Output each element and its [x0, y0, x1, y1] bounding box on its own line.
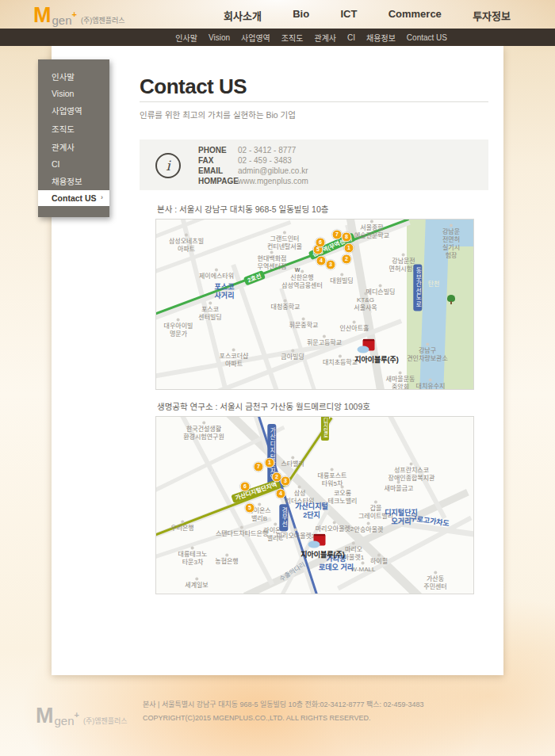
page-background: Mgen+ (주)엠젠플러스 회사소개BioICTCommerce투자정보 인사…	[0, 0, 555, 756]
map-label: 지아이블루(주)	[300, 551, 345, 559]
map-label: 포스코 센터빌딩	[198, 302, 221, 322]
map-label: 경부선	[279, 504, 288, 531]
header: Mgen+ (주)엠젠플러스 회사소개BioICTCommerce투자정보	[0, 0, 555, 29]
logo-m: M	[33, 5, 52, 26]
sidebar: 인사말 Vision 사업영역 조직도 관계사 CI 채용정보	[38, 59, 109, 217]
logo-company-name: (주)엠젠플러스	[81, 17, 125, 25]
top-nav-item[interactable]: Commerce	[388, 8, 442, 23]
contact-rows: PHONE 02 - 3412 - 8777 FAX 02 - 459 - 34…	[198, 145, 308, 186]
title-divider	[140, 101, 488, 102]
sub-nav-item[interactable]: CI	[347, 33, 355, 42]
top-nav: 회사소개BioICTCommerce투자정보	[224, 8, 511, 23]
map-label: 1	[344, 243, 354, 254]
map-label: 대청중학교	[271, 300, 300, 311]
top-nav-item[interactable]: 투자정보	[473, 8, 511, 23]
footer-address: 본사 | 서울특별시 강남구 대치동 968-5 일동빌딩 10층 전화:02-…	[143, 698, 424, 712]
sub-nav-item[interactable]: 사업영역	[241, 32, 270, 44]
map-label: 휘문고등학교	[307, 335, 342, 347]
map-label: 대우아이빌 명문가	[164, 319, 193, 338]
sidebar-item-label: CI	[52, 159, 60, 169]
map-label: 7	[332, 230, 343, 240]
map-label: 탄천	[428, 281, 440, 288]
map-label: 현대백화점 무역센터점	[258, 251, 287, 271]
sidebar-item[interactable]: 사업영역	[38, 101, 109, 120]
footer-logo-plus-icon: +	[75, 711, 79, 720]
sub-nav-item[interactable]: Contact US	[407, 33, 447, 42]
map-label: 가산디지털 2단지	[295, 502, 327, 521]
contact-row-value: 02 - 3412 - 8777	[238, 146, 296, 155]
map-label: 금아빌딩	[281, 349, 304, 361]
contact-row: PHONE 02 - 3412 - 8777	[198, 145, 308, 155]
map-label: 제이에스타워	[199, 269, 234, 281]
map-label: 그랜드인터 컨티넨탈서울	[267, 231, 302, 251]
sidebar-item-label: 채용정보	[52, 177, 82, 186]
map-label: 4	[276, 489, 286, 499]
map-label: 2호선	[243, 270, 266, 286]
map-label: 신한은행 삼성역금융센터	[281, 270, 323, 290]
map-lab[interactable]: 한국건설생활 환경시험연구원가산디지털단지역가산디지털단지역디지털로172346…	[155, 416, 474, 594]
footer-logo: Mgen+ (주)엠젠플러스	[36, 705, 128, 727]
sub-nav-item[interactable]: 조직도	[281, 32, 304, 44]
contact-row-label: HOMPAGE	[198, 177, 238, 185]
map-label: 3	[326, 260, 336, 270]
map-label: 2	[342, 254, 352, 265]
sub-nav-item[interactable]: Vision	[209, 33, 230, 42]
map-label: 대치유수지	[416, 379, 446, 391]
map-label: 지아이블루(주)	[354, 356, 399, 365]
contact-info-box: i PHONE 02 - 3412 - 8777 FAX 02 - 459 - …	[140, 139, 488, 190]
map-caption-headquarters: 본사 : 서울시 강남구 대치동 968-5 일동빌딩 10층	[157, 203, 328, 215]
map-label: 8	[342, 232, 352, 242]
map-label: 3	[281, 476, 291, 487]
map-label: 안승아울렛	[354, 522, 384, 534]
contact-row-label: EMAIL	[198, 166, 238, 175]
sidebar-item[interactable]: 조직도	[38, 120, 109, 138]
top-nav-item[interactable]: ICT	[340, 8, 357, 23]
map-label: 코오롱 테크노밸리	[328, 486, 358, 506]
content-card: Contact US 인류를 위한 최고의 가치를 실현하는 Bio 기업 i …	[52, 46, 503, 675]
page-title: Contact US	[140, 74, 247, 99]
footer: 본사 | 서울특별시 강남구 대치동 968-5 일동빌딩 10층 전화:02-…	[143, 698, 424, 725]
map-label: 새마을금고	[385, 481, 414, 493]
sidebar-item[interactable]: Vision	[38, 86, 109, 101]
map-label: 1	[265, 458, 275, 468]
sidebar-item-label: 관계사	[52, 143, 75, 152]
map-label: 가산동 주민센터	[423, 571, 446, 591]
sidebar-item-label: Contact US	[52, 193, 97, 203]
map-label: 디지털로	[321, 416, 329, 441]
footer-logo-company: (주)엠젠플러스	[83, 718, 128, 725]
chevron-right-icon: ›	[101, 193, 103, 201]
map-label: 성프란치스코 장애인종합복지관	[388, 463, 435, 483]
sidebar-item[interactable]: 인사말	[38, 67, 109, 86]
map-label: 동부간선도로	[413, 265, 422, 311]
map-label: 휘문중학교	[289, 318, 319, 330]
map-label: 강남구 견인차량보관소	[407, 343, 448, 363]
footer-copyright: COPYRIGHT(C)2015 MGENPLUS.CO.,LTD. ALL R…	[143, 712, 424, 725]
sidebar-item-label: 조직도	[52, 124, 75, 134]
sidebar-item[interactable]: CI	[38, 156, 109, 172]
contact-row: EMAIL admin@giblue.co.kr	[198, 166, 308, 176]
logo-gen: gen	[52, 14, 72, 26]
sub-nav-item[interactable]: 관계사	[314, 32, 336, 44]
contact-row-value: www.mgenplus.com	[238, 177, 308, 185]
sub-nav-item[interactable]: 인사말	[175, 32, 197, 44]
sidebar-item[interactable]: 관계사	[38, 138, 109, 156]
map-headquarters[interactable]: 삼성오네츠빌 아파트그랜드인터 컨티넨탈서울서울종합 예술전문학교강남운전면허 …	[155, 219, 474, 390]
logo[interactable]: Mgen+ (주)엠젠플러스	[33, 5, 125, 26]
info-icon: i	[155, 153, 181, 178]
map-label	[363, 339, 375, 351]
top-nav-item[interactable]: Bio	[293, 8, 309, 23]
map-label: 삼성오네츠빌 아파트	[169, 234, 204, 254]
page-subtitle: 인류를 위한 최고의 가치를 실현하는 Bio 기업	[140, 109, 296, 120]
map-label: 6	[316, 238, 326, 248]
contact-row-value: admin@giblue.co.kr	[238, 166, 308, 175]
map-label: KT&G 서울사옥	[354, 292, 377, 312]
map-label	[314, 534, 326, 546]
sub-nav-item[interactable]: 채용정보	[366, 32, 396, 44]
map-label: 포스코더샵 아파트	[220, 349, 249, 368]
sidebar-item-label: 사업영역	[52, 106, 82, 116]
top-nav-item[interactable]: 회사소개	[224, 8, 262, 23]
sidebar-item[interactable]: 채용정보	[38, 172, 109, 190]
map-label: 7	[254, 462, 264, 472]
sidebar-item[interactable]: Contact US ›	[38, 190, 109, 206]
map-label: 스타밸리	[281, 456, 304, 468]
